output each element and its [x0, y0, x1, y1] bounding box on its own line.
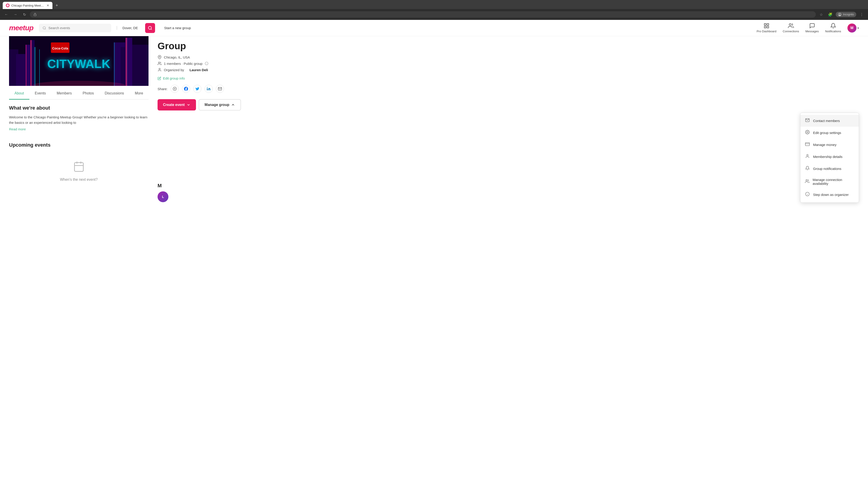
upcoming-events-section: Upcoming events When's the next event? — [9, 142, 149, 191]
user-avatar-area[interactable]: M ▾ — [847, 24, 859, 33]
group-title: Group — [158, 41, 859, 52]
read-more-link[interactable]: Read more — [9, 127, 26, 131]
edit-settings-label: Edit group settings — [813, 131, 841, 135]
search-input[interactable] — [49, 26, 107, 30]
organizer-row: Organized by Lauren Deli — [158, 68, 859, 72]
svg-point-32 — [158, 62, 160, 63]
messages-icon — [809, 23, 815, 29]
group-image: Coca-Cola CITYWALK — [9, 36, 149, 86]
organizer-text: Organized by — [164, 68, 184, 72]
members-section: M See all L — [158, 183, 859, 202]
bookmark-button[interactable]: ☆ — [817, 11, 825, 18]
linkedin-icon — [207, 87, 211, 91]
info-circle-icon — [805, 192, 810, 196]
share-linkedin-button[interactable] — [205, 85, 213, 93]
dropdown-edit-settings[interactable]: Edit group settings — [800, 127, 859, 139]
dropdown-contact-members[interactable]: Contact members — [800, 115, 859, 127]
tab-events[interactable]: Events — [29, 88, 51, 100]
reload-button[interactable]: ↻ — [21, 11, 28, 18]
share-email-button[interactable] — [216, 85, 224, 93]
share-facebook-button[interactable] — [182, 85, 190, 93]
svg-rect-39 — [805, 142, 809, 145]
svg-rect-30 — [74, 163, 83, 171]
member-avatar-1[interactable]: L — [158, 191, 168, 202]
dropdown-manage-money[interactable]: Manage money — [800, 139, 859, 151]
messages-label: Messages — [805, 30, 819, 33]
manage-group-chevron-icon — [231, 103, 235, 107]
lock-icon — [33, 13, 37, 16]
svg-rect-4 — [764, 24, 766, 25]
forward-button[interactable]: → — [12, 11, 19, 18]
extensions-button[interactable]: 🧩 — [827, 11, 834, 18]
svg-point-38 — [807, 132, 808, 133]
close-tab-button[interactable]: ✕ — [46, 4, 49, 7]
tab-about[interactable]: About — [9, 88, 29, 100]
location-row: Chicago, IL, USA — [158, 55, 859, 59]
manage-connection-label: Manage connection availability — [813, 178, 854, 186]
share-meetup-button[interactable] — [170, 85, 179, 93]
svg-text:Coca-Cola: Coca-Cola — [52, 46, 68, 50]
share-label: Share: — [158, 87, 167, 91]
manage-group-label: Manage group — [205, 103, 229, 107]
search-button[interactable] — [145, 23, 155, 33]
svg-point-34 — [159, 68, 160, 70]
manage-connection-icon — [805, 179, 809, 185]
group-location: Chicago, IL, USA — [164, 55, 190, 59]
users-icon — [805, 179, 809, 184]
dropdown-membership-details[interactable]: Membership details — [800, 151, 859, 163]
tab-more[interactable]: More — [129, 88, 149, 100]
members-icon — [158, 61, 162, 66]
svg-point-36 — [207, 87, 208, 88]
nav-notifications[interactable]: Notifications — [825, 23, 841, 33]
svg-point-3 — [149, 26, 151, 29]
no-events-placeholder: When's the next event? — [9, 152, 149, 191]
new-tab-button[interactable]: + — [53, 2, 60, 9]
tab-members[interactable]: Members — [51, 88, 77, 100]
neon-buildings-svg: Coca-Cola CITYWALK — [9, 36, 149, 86]
tab-photos[interactable]: Photos — [77, 88, 99, 100]
membership-details-icon — [805, 154, 810, 160]
menu-button[interactable]: ⋮ — [858, 11, 865, 18]
site-logo[interactable]: meetup — [9, 24, 33, 32]
step-down-label: Step down as organizer — [813, 193, 849, 197]
back-button[interactable]: ← — [3, 11, 10, 18]
svg-rect-6 — [764, 26, 766, 28]
browser-chrome: Chicago Painting Meetup Grou... ✕ + ← → … — [0, 0, 868, 20]
manage-group-button[interactable]: Manage group — [199, 99, 241, 110]
facebook-icon — [184, 87, 188, 91]
membership-details-label: Membership details — [813, 155, 842, 159]
tab-discussions[interactable]: Discussions — [99, 88, 129, 100]
svg-rect-15 — [31, 40, 32, 86]
step-down-icon — [805, 192, 810, 197]
dropdown-manage-connection[interactable]: Manage connection availability — [800, 175, 859, 189]
connections-label: Connections — [783, 30, 799, 33]
calendar-icon — [73, 161, 85, 175]
edit-group-info-link[interactable]: Edit group info — [158, 76, 859, 80]
active-tab[interactable]: Chicago Painting Meetup Grou... ✕ — [3, 2, 53, 9]
browser-controls: ← → ↻ meetup.com/meetup-group-ulfhsivo/ … — [0, 9, 868, 20]
svg-point-42 — [806, 180, 807, 181]
location-icon — [158, 55, 162, 59]
group-notifications-icon — [805, 166, 810, 171]
dropdown-step-down[interactable]: Step down as organizer — [800, 189, 859, 201]
start-group-button[interactable]: Start a new group — [164, 26, 191, 30]
search-bar[interactable] — [39, 24, 111, 32]
pro-dashboard-label: Pro Dashboard — [756, 30, 776, 33]
create-event-button[interactable]: Create event — [158, 99, 196, 110]
svg-rect-7 — [767, 26, 769, 28]
svg-rect-16 — [26, 45, 26, 86]
members-row: 1 members · Public group — [158, 61, 859, 66]
share-twitter-button[interactable] — [193, 85, 202, 93]
manage-group-dropdown: Contact members Edit group settings Mana… — [800, 113, 859, 203]
nav-pro-dashboard[interactable]: Pro Dashboard — [756, 23, 776, 33]
nav-connections[interactable]: Connections — [783, 23, 799, 33]
address-bar[interactable]: meetup.com/meetup-group-ulfhsivo/ — [30, 11, 816, 18]
notifications-icon — [830, 23, 836, 29]
settings-icon — [805, 130, 810, 134]
search-icon — [42, 26, 46, 30]
group-members: 1 members · Public group — [164, 62, 203, 66]
url-input[interactable]: meetup.com/meetup-group-ulfhsivo/ — [38, 13, 812, 16]
nav-messages[interactable]: Messages — [805, 23, 819, 33]
dropdown-group-notifications[interactable]: Group notifications — [800, 163, 859, 175]
svg-rect-5 — [767, 24, 769, 25]
